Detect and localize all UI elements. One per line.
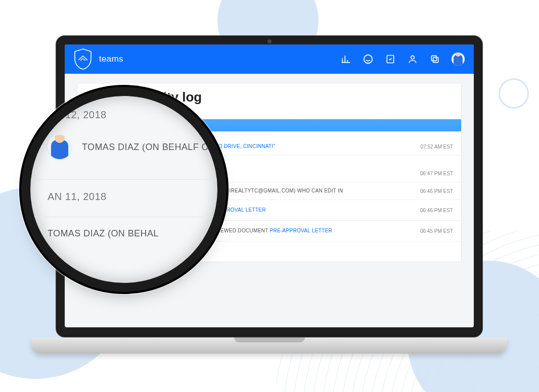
checklist-icon[interactable]: [385, 54, 396, 65]
topbar-actions: [340, 53, 465, 66]
magnifier-lens: AN 12, 2018 TOMAS DIAZ (ON BEHALF OF JAC…: [30, 96, 217, 283]
magnifier-row-2: TOMAS DIAZ (ON BEHAL: [48, 228, 217, 239]
svg-rect-3: [433, 58, 438, 63]
magnifier-divider: [30, 179, 217, 180]
svg-point-2: [411, 56, 415, 59]
activity-time: 06:46 PM EST: [420, 208, 453, 213]
face-icon[interactable]: [363, 54, 374, 65]
activity-time: 06:45 PM EST: [420, 228, 453, 234]
magnifier-avatar: [48, 135, 72, 159]
copy-icon[interactable]: [429, 54, 440, 65]
activity-link[interactable]: PRE-APPROVAL LETTER: [270, 228, 332, 233]
bar-chart-icon[interactable]: [340, 54, 351, 65]
brand-logo-shield[interactable]: [74, 48, 92, 70]
topbar: teams: [65, 44, 474, 74]
laptop-base: [31, 337, 507, 354]
brand-name: teams: [99, 54, 123, 64]
laptop-camera-dot: [267, 39, 272, 43]
activity-time: 06:47 PM EST: [420, 171, 453, 176]
magnifier-date-2: AN 11, 2018: [48, 191, 217, 203]
activity-time: 06:46 PM EST: [420, 188, 453, 194]
magnifier-divider: [30, 217, 217, 217]
svg-point-0: [364, 55, 373, 64]
activity-time: 07:52 AM EST: [421, 144, 453, 150]
svg-rect-4: [431, 56, 436, 61]
user-avatar[interactable]: [452, 53, 465, 66]
magnifier-name-2: TOMAS DIAZ (ON BEHAL: [48, 228, 159, 239]
magnifier-row-1: TOMAS DIAZ (ON BEHALF OF JAC: [48, 135, 217, 159]
magnifier-name-1: TOMAS DIAZ (ON BEHALF OF JAC: [82, 142, 217, 153]
bg-ring: [499, 78, 529, 109]
person-icon[interactable]: [407, 54, 418, 65]
